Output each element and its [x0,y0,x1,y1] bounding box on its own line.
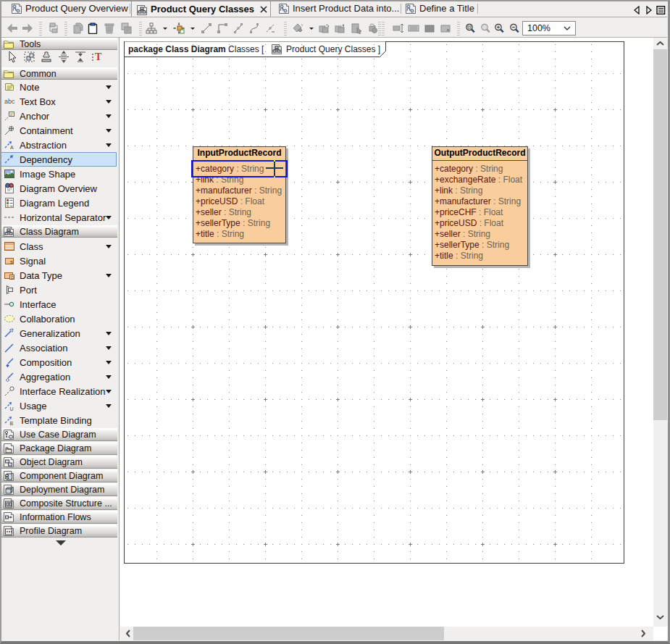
svg-text:abc: abc [4,98,15,105]
svg-text:T: T [95,51,102,62]
svg-text:s: s [10,259,13,265]
svg-text:A: A [10,145,14,150]
svg-text:U: U [10,406,14,411]
svg-text:D: D [11,275,14,280]
svg-text:B: B [10,421,14,426]
